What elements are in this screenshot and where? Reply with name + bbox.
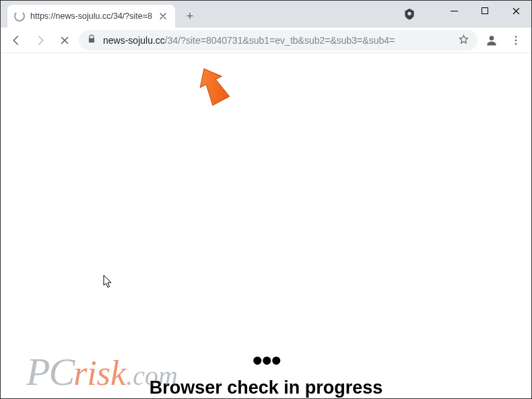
page-content: ●●● Browser check in progress To gain ac… bbox=[149, 349, 383, 399]
page-viewport: ●●● Browser check in progress To gain ac… bbox=[1, 53, 531, 398]
window-minimize-button[interactable] bbox=[438, 1, 469, 21]
new-tab-button[interactable]: + bbox=[180, 7, 199, 26]
extension-shield-icon[interactable] bbox=[402, 7, 417, 22]
svg-point-1 bbox=[490, 36, 494, 40]
profile-avatar-button[interactable] bbox=[481, 30, 502, 50]
window-close-button[interactable] bbox=[500, 1, 531, 21]
back-button[interactable] bbox=[6, 30, 26, 50]
loading-dots-icon: ●●● bbox=[149, 349, 383, 371]
svg-point-4 bbox=[515, 42, 517, 44]
tab-strip: https://news-sojulu.cc/34/?site=8 + bbox=[1, 1, 531, 28]
address-bar[interactable]: news-sojulu.cc/34/?site=8040731&sub1=ev_… bbox=[79, 30, 477, 50]
url-text: news-sojulu.cc/34/?site=8040731&sub1=ev_… bbox=[103, 35, 451, 46]
browser-menu-button[interactable] bbox=[506, 30, 526, 50]
svg-point-2 bbox=[515, 36, 517, 38]
loading-spinner-icon bbox=[14, 11, 25, 22]
bookmark-star-icon[interactable] bbox=[458, 34, 469, 47]
mouse-cursor-icon bbox=[103, 275, 114, 289]
window-controls bbox=[438, 1, 531, 21]
lock-icon bbox=[87, 34, 96, 46]
tab-close-button[interactable] bbox=[158, 11, 168, 22]
svg-point-0 bbox=[407, 12, 411, 15]
forward-button[interactable] bbox=[30, 30, 51, 50]
page-headline: Browser check in progress bbox=[149, 377, 383, 398]
window-maximize-button[interactable] bbox=[469, 1, 500, 21]
browser-toolbar: news-sojulu.cc/34/?site=8040731&sub1=ev_… bbox=[1, 28, 531, 53]
annotation-arrow-icon bbox=[193, 65, 233, 106]
url-domain: news-sojulu.cc bbox=[103, 35, 165, 46]
stop-reload-button[interactable] bbox=[55, 30, 75, 50]
browser-tab[interactable]: https://news-sojulu.cc/34/?site=8 bbox=[7, 5, 175, 28]
url-path: /34/?site=8040731&sub1=ev_tb&sub2=&sub3=… bbox=[165, 35, 395, 46]
tab-title: https://news-sojulu.cc/34/?site=8 bbox=[30, 11, 152, 21]
svg-point-3 bbox=[515, 39, 517, 41]
